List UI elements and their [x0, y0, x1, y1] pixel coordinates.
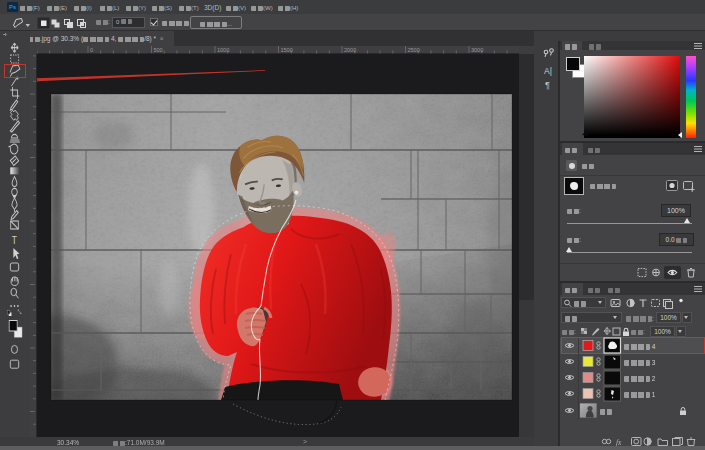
- svg-text:¶: ¶: [545, 80, 550, 90]
- svg-text:T: T: [12, 234, 17, 246]
- svg-text:A|: A|: [544, 66, 552, 76]
- svg-text:fx: fx: [616, 437, 622, 446]
- svg-text:1000: 1000: [217, 47, 229, 53]
- svg-text:1500: 1500: [281, 47, 293, 53]
- svg-text:500: 500: [154, 47, 163, 53]
- svg-text:3000: 3000: [471, 47, 483, 53]
- svg-text:2000: 2000: [344, 47, 356, 53]
- svg-text:0: 0: [90, 47, 93, 53]
- svg-text:2500: 2500: [408, 47, 420, 53]
